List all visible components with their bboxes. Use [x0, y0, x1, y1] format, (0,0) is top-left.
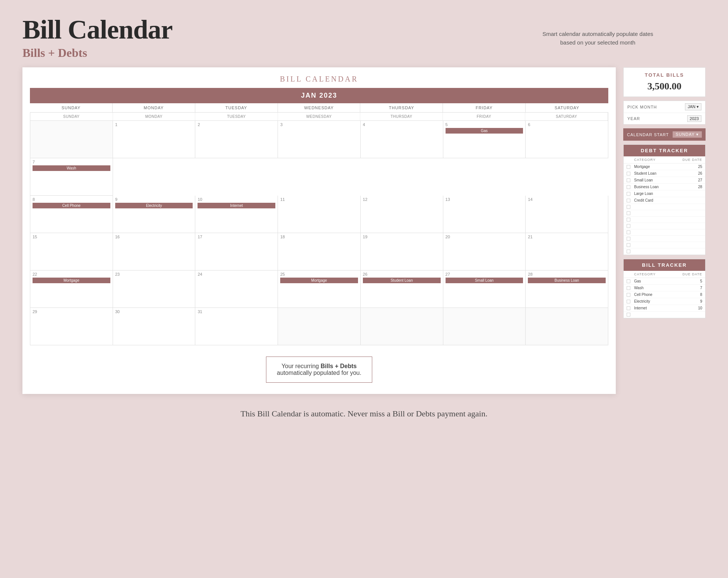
bill-tracker-header: BILL TRACKER	[624, 259, 705, 271]
cal-start-value[interactable]: SUNDAY ▾	[673, 131, 702, 138]
bill-wash: Wash	[33, 165, 110, 171]
cal-start-wrapper: CALENDAR START SUNDAY ▾ Start with Sunda…	[623, 128, 706, 141]
debt-row-8	[624, 217, 705, 223]
debt-col2: DUE DATE	[680, 158, 702, 162]
main-content: BILL CALENDAR JAN 2023 SUNDAY MONDAY TUE…	[22, 67, 706, 394]
bill-electricity: Electricity	[115, 203, 193, 208]
total-bills-box: TOTAL BILLS 3,500.00	[623, 67, 706, 97]
bill-checkbox-1[interactable]	[627, 286, 630, 290]
bill-mortgage: Mortgage	[33, 278, 110, 283]
bill-checkbox-5[interactable]	[627, 313, 630, 316]
debt-checkbox-6[interactable]	[627, 205, 630, 209]
cal-cell-2-3: 18	[278, 233, 361, 270]
cal-week-2: 15161718192021	[30, 233, 608, 270]
day-sat: SATURDAY	[526, 103, 608, 112]
bill-checkbox-4[interactable]	[627, 306, 630, 310]
pick-year-label: YEAR	[627, 116, 640, 121]
cal-cell-1-2: 10Internet	[195, 196, 278, 233]
cal-cell-1-4: 12	[361, 196, 443, 233]
debt-checkbox-8[interactable]	[627, 218, 630, 221]
cal-cell-1-0: 8Cell Phone	[30, 196, 113, 233]
debt-row-4: Large Loan	[624, 190, 705, 197]
calendar-sheet: BILL CALENDAR JAN 2023 SUNDAY MONDAY TUE…	[22, 67, 616, 394]
cal-cell-4-2: 31	[195, 308, 278, 345]
bill-row-1: Wash7	[624, 285, 705, 291]
bill-checkbox-0[interactable]	[627, 279, 630, 283]
debt-checkbox-1[interactable]	[627, 172, 630, 175]
debt-tracker-col-headers: CATEGORY DUE DATE	[624, 156, 705, 163]
cal-cell-1-6: 14	[526, 196, 608, 233]
debt-row-11	[624, 236, 705, 242]
cal-start-label: CALENDAR START	[627, 132, 669, 137]
total-bills-value: 3,500.00	[627, 81, 701, 92]
bill-col1: CATEGORY	[634, 272, 680, 276]
bill-tracker-rows: Gas5Wash7Cell Phone8Electricity9Internet…	[624, 278, 705, 318]
debt-checkbox-5[interactable]	[627, 199, 630, 202]
pick-month-label: PICK MONTH	[627, 105, 657, 109]
debt-checkbox-11[interactable]	[627, 237, 630, 241]
bill-gas: Gas	[446, 128, 523, 134]
day-fri: FRIDAY	[443, 103, 526, 112]
cal-cell-2-1: 16	[113, 233, 196, 270]
pick-month-box: PICK MONTH JAN ▾ YEAR 2023	[623, 101, 706, 125]
pick-month-value[interactable]: JAN ▾	[685, 103, 701, 110]
debt-row-5: Credit Card	[624, 197, 705, 204]
day-header-friday: FRIDAY	[443, 113, 526, 120]
pick-month-row: PICK MONTH JAN ▾	[624, 101, 705, 113]
day-headers: SUNDAY MONDAY TUESDAY WEDNESDAY THURSDAY…	[30, 103, 608, 113]
day-header-monday: MONDAY	[113, 113, 196, 120]
debt-checkbox-10[interactable]	[627, 230, 630, 234]
day-header-wednesday: WEDNESDAY	[278, 113, 361, 120]
day-header-sunday: SUNDAY	[30, 113, 113, 120]
debt-row-9	[624, 223, 705, 229]
cal-cell-3-1: 23	[113, 270, 196, 308]
month-header: JAN 2023	[30, 88, 608, 103]
debt-checkbox-2[interactable]	[627, 178, 630, 182]
smart-note-line2: based on your selected month	[560, 39, 636, 46]
cal-cell-2-6: 21	[526, 233, 608, 270]
cal-cell-1-1: 9Electricity	[113, 196, 196, 233]
cal-cell-0-2: 2	[195, 121, 278, 158]
debt-row-1: Student Loan26	[624, 170, 705, 177]
cal-cell-3-5: 27Small Loan	[443, 270, 526, 308]
day-mon: MONDAY	[113, 103, 195, 112]
page-subtitle: Bills + Debts	[22, 46, 706, 60]
bill-checkbox-2[interactable]	[627, 293, 630, 297]
page-container: Bill Calendar Bills + Debts Smart calend…	[0, 0, 728, 578]
debt-checkbox-7[interactable]	[627, 211, 630, 215]
debt-row-13	[624, 248, 705, 255]
bill-tracker-col-headers: CATEGORY DUE DATE	[624, 271, 705, 278]
debt-checkbox-3[interactable]	[627, 185, 630, 189]
cal-cell-4-5	[443, 308, 526, 345]
debt-checkbox-0[interactable]	[627, 165, 630, 169]
debt-checkbox-9[interactable]	[627, 224, 630, 228]
debt-row-12	[624, 242, 705, 248]
cal-cell-2-5: 20	[443, 233, 526, 270]
debt-checkbox-4[interactable]	[627, 192, 630, 196]
debt-tracker-rows: Mortgage25Student Loan26Small Loan27Busi…	[624, 163, 705, 255]
bill-row-4: Internet10	[624, 305, 705, 312]
cal-cell-1-3: 11	[278, 196, 361, 233]
pick-year-value[interactable]: 2023	[687, 115, 701, 122]
cal-cell-3-6: 28Business Loan	[526, 270, 608, 308]
debt-tracker-box: DEBT TRACKER CATEGORY DUE DATE Mortgage2…	[623, 144, 706, 255]
debt-row-10	[624, 229, 705, 236]
bill-row-5	[624, 312, 705, 318]
smart-note: Smart calendar automatically populate da…	[542, 30, 653, 47]
day-tue: TUESDAY	[195, 103, 278, 112]
bill-row-0: Gas5	[624, 278, 705, 285]
bill-mortgage: Mortgage	[280, 278, 358, 283]
cal-cell-1-5: 13	[443, 196, 526, 233]
debt-row-6	[624, 204, 705, 210]
day-header-saturday: SATURDAY	[525, 113, 608, 120]
debt-checkbox-12[interactable]	[627, 243, 630, 247]
debt-row-3: Business Loan28	[624, 184, 705, 190]
debt-checkbox-13[interactable]	[627, 250, 630, 253]
bill-student-loan: Student Loan	[363, 278, 441, 283]
day-wed: WEDNESDAY	[278, 103, 361, 112]
cal-cell-0-0	[30, 121, 113, 158]
day-header-thursday: THURSDAY	[360, 113, 443, 120]
bill-small-loan: Small Loan	[446, 278, 523, 283]
bill-checkbox-3[interactable]	[627, 300, 630, 303]
bill-col2: DUE DATE	[680, 272, 702, 276]
